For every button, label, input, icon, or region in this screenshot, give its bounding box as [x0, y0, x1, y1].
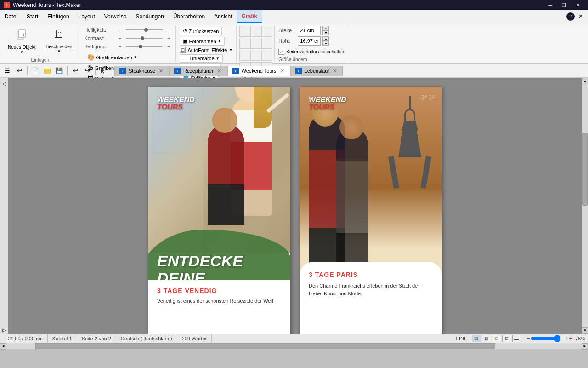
- menu-verweise[interactable]: Verweise: [100, 10, 131, 23]
- steakhouse-tab-icon: T: [119, 68, 126, 74]
- grafik-einfaerben-arrow[interactable]: ▼: [134, 55, 137, 59]
- breite-up[interactable]: ▲: [322, 26, 329, 30]
- fotorahmen-button[interactable]: ▣ Fotorahmen ▼: [180, 37, 224, 46]
- paris-bottom-desc: Den Charme Frankreichs erleben in der St…: [309, 282, 433, 297]
- h-scroll-track[interactable]: [6, 343, 582, 349]
- canvas-area: WEEKEND TOURS ENTDECKE DEINE LIEBLINGS- …: [8, 78, 582, 334]
- close-button[interactable]: ✕: [571, 0, 584, 10]
- autoform-checkbox[interactable]: ☐: [180, 47, 186, 53]
- hoehe-up[interactable]: ▲: [322, 36, 329, 41]
- breite-row: Breite ▲ ▼: [278, 26, 344, 35]
- scroll-up-btn[interactable]: ▲: [582, 78, 588, 84]
- zoom-slider[interactable]: [531, 336, 568, 341]
- autoform-arrow[interactable]: ▼: [229, 48, 232, 52]
- kontrast-slider[interactable]: [126, 35, 163, 41]
- sidebar-btn-2[interactable]: ▷: [0, 326, 8, 334]
- tab-rezeptplaner[interactable]: T Rezeptplaner ✕: [169, 66, 227, 76]
- scroll-right-btn[interactable]: ►: [582, 343, 588, 350]
- scroll-thumb[interactable]: [582, 133, 588, 206]
- view-btn-1[interactable]: ▤: [472, 335, 481, 342]
- pos-btn-5[interactable]: [250, 38, 261, 49]
- steakhouse-tab-close[interactable]: ✕: [158, 68, 164, 74]
- autoform-checkbox-row[interactable]: ☐ AutoForm-Effekte ▼: [180, 47, 232, 53]
- zoom-in-icon[interactable]: +: [569, 335, 572, 342]
- saettigung-increase[interactable]: +: [165, 44, 172, 49]
- helligkeit-row: Helligkeit: − +: [84, 27, 172, 33]
- linienfarbe-arrow[interactable]: ▼: [216, 57, 220, 61]
- menu-datei[interactable]: Datei: [0, 10, 22, 23]
- breite-down[interactable]: ▼: [322, 30, 329, 35]
- menu-bar: Datei Start Einfügen Layout Verweise Sen…: [0, 10, 588, 23]
- helligkeit-decrease[interactable]: −: [117, 27, 123, 33]
- beschneiden-arrow[interactable]: ▼: [57, 49, 61, 53]
- neues-objekt-button[interactable]: + Neues Objekt ▼: [4, 26, 40, 57]
- tab-lebenslauf[interactable]: T Lebenslauf ✕: [290, 66, 343, 76]
- menu-icon-btn[interactable]: ☰: [2, 65, 13, 76]
- menu-layout[interactable]: Layout: [74, 10, 100, 23]
- pos-btn-7[interactable]: [239, 50, 250, 61]
- pos-btn-3[interactable]: [261, 26, 272, 37]
- new-btn[interactable]: 📄: [30, 65, 41, 76]
- helligkeit-increase[interactable]: +: [165, 27, 172, 33]
- zuruecksetzen-button[interactable]: ↺ Zurücksetzen: [180, 27, 222, 35]
- pos-btn-1[interactable]: [239, 26, 250, 37]
- sidebar-btn-1[interactable]: ◁: [0, 80, 8, 87]
- back-btn[interactable]: ↩: [14, 65, 25, 76]
- zoom-out-icon[interactable]: −: [527, 335, 531, 342]
- beschneiden-button[interactable]: Beschneiden ▼: [42, 27, 77, 56]
- kontrast-label: Kontrast:: [84, 35, 114, 41]
- saettigung-slider[interactable]: [126, 43, 163, 50]
- view-btn-2[interactable]: ▦: [482, 335, 491, 342]
- pos-btn-2[interactable]: [250, 26, 261, 37]
- view-btn-5[interactable]: ▬: [512, 335, 521, 342]
- rezeptplaner-tab-icon: T: [174, 68, 181, 74]
- pos-btn-6[interactable]: [261, 38, 272, 49]
- minimize-button[interactable]: ─: [544, 0, 557, 10]
- hoehe-down[interactable]: ▼: [322, 41, 329, 46]
- tab-weekend-tours[interactable]: T Weekend Tours ✕: [227, 66, 290, 76]
- fotorahmen-arrow[interactable]: ▼: [218, 39, 221, 43]
- hoehe-input[interactable]: [298, 36, 321, 46]
- helligkeit-slider[interactable]: [126, 27, 163, 33]
- weekend-tours-tab-close[interactable]: ✕: [279, 68, 285, 74]
- menu-ueberarbeiten[interactable]: Überarbeiten: [169, 10, 209, 23]
- rezeptplaner-tab-close[interactable]: ✕: [216, 68, 222, 74]
- seitenverhaeltnis-row[interactable]: ✓ Seitenverhältnis beibehalten: [278, 49, 344, 55]
- saettigung-decrease[interactable]: −: [117, 44, 123, 49]
- pos-btn-8[interactable]: [250, 50, 261, 61]
- frame-icon: ▣: [183, 38, 187, 44]
- kontrast-decrease[interactable]: −: [117, 35, 123, 41]
- redo-btn[interactable]: ↪: [82, 65, 93, 76]
- position-grid: [239, 26, 271, 61]
- tab-steakhouse[interactable]: T Steakhouse ✕: [114, 66, 169, 76]
- menu-ansicht[interactable]: Ansicht: [209, 10, 237, 23]
- menu-grafik[interactable]: Grafik: [237, 10, 262, 23]
- close-doc-icon[interactable]: ✕: [578, 13, 583, 20]
- menu-start[interactable]: Start: [22, 10, 43, 23]
- breite-input[interactable]: [298, 26, 321, 35]
- kontrast-increase[interactable]: +: [165, 35, 172, 41]
- scroll-track[interactable]: [582, 84, 588, 327]
- venice-bottom-section: 3 TAGE VENEDIG Venedig ist eines der sch…: [148, 280, 290, 334]
- undo-btn[interactable]: ↩: [70, 65, 81, 76]
- scroll-down-btn[interactable]: ▼: [582, 327, 588, 334]
- scroll-left-btn[interactable]: ◄: [0, 343, 6, 350]
- save-btn[interactable]: 💾: [54, 65, 65, 76]
- cursor-btn[interactable]: [98, 65, 109, 76]
- view-btn-3[interactable]: □: [492, 335, 501, 342]
- open-btn[interactable]: [42, 65, 53, 76]
- grafik-einfaerben-button[interactable]: 🎨 Grafik einfärben ▼: [84, 52, 172, 62]
- menu-einfuegen[interactable]: Einfügen: [43, 10, 74, 23]
- beschneiden-label: Beschneiden: [46, 44, 73, 49]
- neues-objekt-arrow[interactable]: ▼: [20, 50, 23, 54]
- h-scroll-thumb[interactable]: [35, 343, 496, 349]
- help-icon[interactable]: ?: [566, 12, 575, 21]
- restore-button[interactable]: ❐: [558, 0, 571, 10]
- seitenverhaeltnis-checkbox[interactable]: ✓: [278, 49, 284, 55]
- pos-btn-9[interactable]: [261, 50, 272, 61]
- pos-btn-4[interactable]: [239, 38, 250, 49]
- lebenslauf-tab-close[interactable]: ✕: [332, 68, 338, 74]
- view-btn-4[interactable]: ⊟: [502, 335, 511, 342]
- linienfarbe-button[interactable]: — Linienfarbe ▼: [180, 54, 222, 63]
- menu-sendungen[interactable]: Sendungen: [131, 10, 168, 23]
